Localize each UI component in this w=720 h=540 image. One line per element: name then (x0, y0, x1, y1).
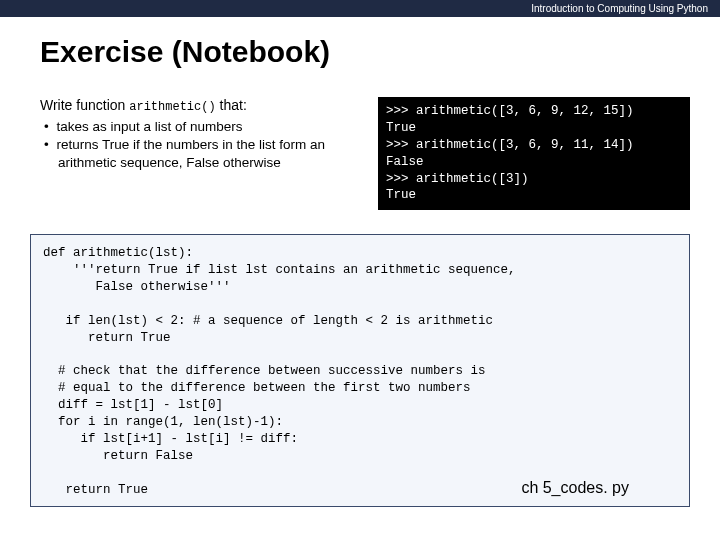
prompt-line: Write function arithmetic() that: (40, 97, 360, 114)
course-header: Introduction to Computing Using Python (0, 0, 720, 17)
bullet-item: takes as input a list of numbers (58, 118, 360, 136)
prompt-tail: that: (216, 97, 247, 113)
code-block: def arithmetic(lst): '''return True if l… (30, 234, 690, 507)
prompt-lead: Write function (40, 97, 129, 113)
exercise-prompt: Write function arithmetic() that: takes … (40, 97, 360, 210)
terminal-output: >>> arithmetic([3, 6, 9, 12, 15]) True >… (378, 97, 690, 210)
code-text: def arithmetic(lst): '''return True if l… (43, 246, 516, 496)
terminal-column: >>> arithmetic([3, 6, 9, 12, 15]) True >… (378, 97, 690, 210)
prompt-bullets: takes as input a list of numbers returns… (40, 118, 360, 173)
content-row: Write function arithmetic() that: takes … (0, 79, 720, 220)
course-title: Introduction to Computing Using Python (531, 3, 708, 14)
prompt-func: arithmetic() (129, 100, 215, 114)
bullet-item: returns True if the numbers in the list … (58, 136, 360, 172)
filename-label: ch 5_codes. py (521, 477, 629, 499)
page-title: Exercise (Notebook) (0, 17, 720, 79)
